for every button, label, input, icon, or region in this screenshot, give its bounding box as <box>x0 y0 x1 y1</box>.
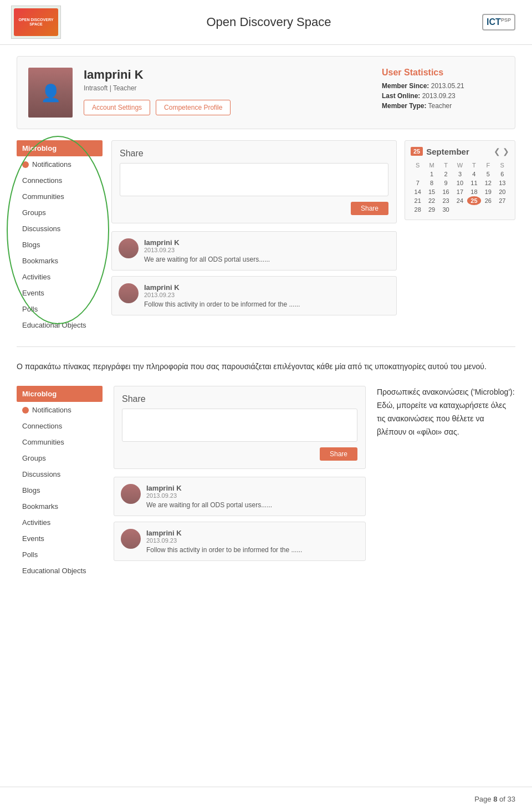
cal-day-m: M <box>424 161 438 170</box>
bottom-post-date-1: 2013.09.23 <box>146 492 359 499</box>
post-date-2: 2013.09.23 <box>144 292 390 298</box>
profile-name: Iamprini K <box>84 68 371 82</box>
sidebar-item-events[interactable]: Events <box>17 285 103 301</box>
cal-next-icon[interactable]: ❯ <box>503 147 509 156</box>
sidebar-item-discussions[interactable]: Discussions <box>17 221 103 237</box>
post-text-2: Follow this activity in order to be info… <box>144 300 390 308</box>
bottom-share-button[interactable]: Share <box>320 447 357 461</box>
section-divider <box>17 346 515 347</box>
bottom-post-content-2: Iamprini K 2013.09.23 Follow this activi… <box>146 529 359 554</box>
ods-logo: OPEN DISCOVERY SPACE <box>11 6 61 39</box>
calendar-header: 25 September ❮ ❯ <box>411 146 509 156</box>
main-panel: Share Share Iamprini K 2013.09.23 We are… <box>111 140 515 333</box>
bottom-post-text-2: Follow this activity in order to be info… <box>146 546 359 554</box>
footer-page-label: Page 8 of 33 <box>474 795 515 803</box>
profile-card: 👤 Iamprini K Intrasoft | Teacher Account… <box>17 56 515 129</box>
profile-buttons: Account Settings Competence Profile <box>84 100 371 115</box>
bottom-share-box: Share Share <box>114 386 366 469</box>
profile-info: Iamprini K Intrasoft | Teacher Account S… <box>84 68 371 118</box>
bottom-post-name-1: Iamprini K <box>146 484 359 492</box>
post-content-1: Iamprini K 2013.09.23 We are waiting for… <box>144 238 390 263</box>
cal-prev-icon[interactable]: ❮ <box>494 147 500 156</box>
sidebar-item-polls[interactable]: Polls <box>17 301 103 317</box>
post-avatar-1 <box>119 238 139 258</box>
cal-week-2: 7 8 9 10 11 12 13 <box>411 178 509 187</box>
bottom-main: Share Share Iamprini K 2013.09.23 We are… <box>114 386 366 579</box>
post-item: Iamprini K 2013.09.23 We are waiting for… <box>111 231 397 271</box>
post-text-1: We are waiting for all ODS portal users.… <box>144 256 390 263</box>
cal-week-4: 21 22 23 24 25 26 27 <box>411 196 509 205</box>
bottom-post-name-2: Iamprini K <box>146 529 359 537</box>
bottom-sidebar-microblog[interactable]: Microblog <box>17 386 103 402</box>
sidebar-item-blogs[interactable]: Blogs <box>17 237 103 253</box>
sidebar-item-connections[interactable]: Connections <box>17 172 103 188</box>
share-button[interactable]: Share <box>351 202 388 215</box>
bottom-sidebar-connections[interactable]: Connections <box>17 418 103 434</box>
competence-profile-button[interactable]: Competence Profile <box>156 100 231 115</box>
bottom-post-2: Iamprini K 2013.09.23 Follow this activi… <box>114 522 366 561</box>
bottom-sidebar-bookmarks[interactable]: Bookmarks <box>17 498 103 514</box>
content-row: Share Share Iamprini K 2013.09.23 We are… <box>111 140 515 321</box>
bottom-sidebar-events[interactable]: Events <box>17 531 103 547</box>
bottom-sidebar-discussions[interactable]: Discussions <box>17 466 103 482</box>
bottom-post-text-1: We are waiting for all ODS portal users.… <box>146 501 359 509</box>
calendar: 25 September ❮ ❯ S <box>405 140 515 220</box>
bottom-sidebar-groups[interactable]: Groups <box>17 450 103 466</box>
bottom-post-avatar-2 <box>121 529 141 549</box>
sidebar-item-educational-objects[interactable]: Educational Objects <box>17 317 103 333</box>
cal-day-s1: S <box>411 161 424 170</box>
page-title: Open Discovery Space <box>207 15 331 29</box>
bottom-right-description: Προσωπικές ανακοινώσεις ('Microblog'): Ε… <box>377 386 515 579</box>
post-name-2: Iamprini K <box>144 283 390 292</box>
sidebar-item-notifications[interactable]: Notifications <box>17 156 103 172</box>
page-footer: Page 8 of 33 <box>0 787 532 811</box>
account-settings-button[interactable]: Account Settings <box>84 100 150 115</box>
bottom-share-btn-row: Share <box>122 447 357 461</box>
two-col-layout: Microblog Notifications Connections Comm… <box>17 140 515 333</box>
share-label: Share <box>120 149 388 159</box>
bottom-post-content-1: Iamprini K 2013.09.23 We are waiting for… <box>146 484 359 509</box>
post-avatar-2 <box>119 283 139 303</box>
cal-day-f: F <box>481 161 495 170</box>
page-header: OPEN DISCOVERY SPACE Open Discovery Spac… <box>0 0 532 45</box>
sidebar-item-communities[interactable]: Communities <box>17 188 103 205</box>
last-online-row: Last Online: 2013.09.23 <box>382 92 504 100</box>
bottom-sidebar-notifications[interactable]: Notifications <box>17 402 103 418</box>
calendar-month-row: 25 September <box>411 147 469 156</box>
post-item-2: Iamprini K 2013.09.23 Follow this activi… <box>111 276 397 315</box>
bottom-sidebar-educational-objects[interactable]: Educational Objects <box>17 563 103 579</box>
bottom-sidebar-polls[interactable]: Polls <box>17 547 103 563</box>
bottom-post-avatar-1 <box>121 484 141 504</box>
post-content-2: Iamprini K 2013.09.23 Follow this activi… <box>144 283 390 308</box>
greek-paragraph: Ο παρακάτω πίνακας περιγράφει την πληροφ… <box>17 360 515 373</box>
calendar-body: 1 2 3 4 5 6 7 8 9 <box>411 170 509 214</box>
cal-week-1: 1 2 3 4 5 6 <box>411 170 509 178</box>
share-box: Share Share <box>111 140 397 223</box>
bottom-sidebar-communities[interactable]: Communities <box>17 434 103 450</box>
profile-subtitle: Intrasoft | Teacher <box>84 84 371 92</box>
cal-week-5: 28 29 30 <box>411 205 509 214</box>
bottom-sidebar-blogs[interactable]: Blogs <box>17 482 103 498</box>
share-textarea[interactable] <box>120 163 388 196</box>
calendar-day-badge: 25 <box>411 147 423 156</box>
stats-title: User Statistics <box>382 68 504 78</box>
post-date-1: 2013.09.23 <box>144 247 390 253</box>
bottom-share-textarea[interactable] <box>122 409 357 442</box>
avatar-image: 👤 <box>28 68 73 118</box>
ods-logo-text: OPEN DISCOVERY SPACE <box>14 18 58 27</box>
bottom-post-date-2: 2013.09.23 <box>146 537 359 544</box>
sidebar-item-microblog[interactable]: Microblog <box>17 140 103 156</box>
cal-day-t2: T <box>467 161 481 170</box>
post-name-1: Iamprini K <box>144 238 390 247</box>
sidebar-item-groups[interactable]: Groups <box>17 205 103 221</box>
avatar: 👤 <box>28 68 73 118</box>
ict-logo: ICTPSP <box>482 14 515 30</box>
calendar-weekdays-row: S M T W T F S <box>411 161 509 170</box>
sidebar-item-bookmarks[interactable]: Bookmarks <box>17 253 103 269</box>
sidebar: Microblog Notifications Connections Comm… <box>17 140 103 333</box>
bottom-sidebar-activities[interactable]: Activities <box>17 514 103 531</box>
calendar-nav[interactable]: ❮ ❯ <box>494 146 509 156</box>
sidebar-item-activities[interactable]: Activities <box>17 269 103 285</box>
cal-week-3: 14 15 16 17 18 19 20 <box>411 187 509 196</box>
cal-day-t1: T <box>439 161 453 170</box>
